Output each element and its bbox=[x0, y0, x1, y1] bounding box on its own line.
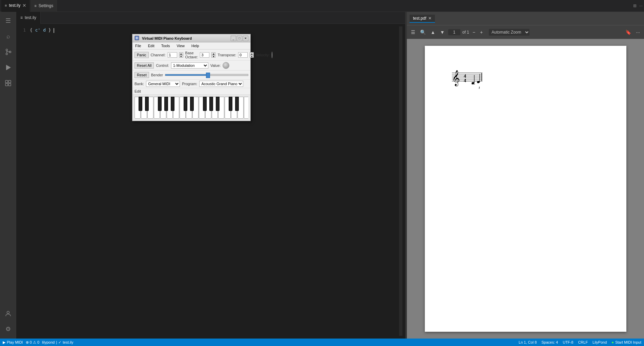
play-midi-label: Play MIDI bbox=[7, 340, 23, 344]
tab-icon-settings: ≡ bbox=[34, 4, 36, 8]
sidebar-icon-settings[interactable]: ⚙ bbox=[2, 323, 14, 335]
midi-program-label: Program: bbox=[182, 82, 197, 86]
midi-control-label: Control: bbox=[156, 63, 169, 68]
play-icon: ▶ bbox=[3, 340, 5, 345]
midi-octave-up[interactable]: ▲ bbox=[211, 52, 215, 55]
midi-bank-select[interactable]: General MIDI bbox=[146, 81, 180, 87]
black-key-4[interactable] bbox=[164, 97, 168, 111]
code-line-1: { c' d } bbox=[30, 26, 399, 34]
midi-close-button[interactable]: ✕ bbox=[243, 36, 248, 41]
tab-close-test-ily[interactable]: ✕ bbox=[22, 3, 26, 8]
status-errors[interactable]: ⊗ 0 ⚠ 0 bbox=[26, 340, 39, 345]
midi-menu-help[interactable]: Help bbox=[190, 43, 201, 49]
midi-program-select[interactable]: Acoustic Grand Piano bbox=[199, 81, 243, 87]
svg-point-0 bbox=[6, 49, 8, 51]
black-key-12[interactable] bbox=[235, 97, 239, 111]
white-key-18[interactable] bbox=[244, 97, 248, 119]
black-key-2[interactable] bbox=[145, 97, 149, 111]
midi-menu-tools[interactable]: Tools bbox=[160, 43, 171, 49]
status-language[interactable]: LilyPond bbox=[593, 340, 607, 344]
pdf-tab-close[interactable]: ✕ bbox=[428, 16, 432, 21]
status-line-ending[interactable]: CRLF bbox=[578, 340, 588, 344]
pdf-more[interactable]: ··· bbox=[635, 28, 641, 36]
pdf-sidebar-toggle[interactable]: ☰ bbox=[410, 28, 417, 36]
pipe-separator: | bbox=[56, 340, 57, 344]
black-key-9[interactable] bbox=[209, 97, 213, 111]
piano-container bbox=[132, 95, 250, 121]
black-key-6[interactable] bbox=[184, 97, 187, 111]
sidebar-icon-run[interactable] bbox=[2, 61, 14, 74]
midi-bender-label: Bender bbox=[151, 73, 163, 77]
midi-channel-up[interactable]: ▲ bbox=[179, 52, 183, 55]
midi-menu-view[interactable]: View bbox=[175, 43, 186, 49]
black-key-7[interactable] bbox=[190, 97, 194, 111]
sidebar: ☰ ⌕ bbox=[0, 12, 16, 339]
sidebar-icon-menu[interactable]: ☰ bbox=[2, 15, 14, 27]
pdf-bookmark[interactable]: 🔖 bbox=[624, 28, 632, 36]
more-icon[interactable]: ··· bbox=[639, 3, 643, 8]
pdf-prev-page[interactable]: ▲ bbox=[429, 28, 437, 36]
pdf-zoom-select[interactable]: Automatic Zoom 50% 75% 100% 125% 150% bbox=[489, 29, 529, 36]
midi-panic-button[interactable]: Panic bbox=[134, 52, 149, 58]
pdf-tab[interactable]: test.pdf ✕ bbox=[410, 15, 435, 23]
midi-octave-down[interactable]: ▼ bbox=[211, 55, 215, 58]
sidebar-icon-source-control[interactable] bbox=[2, 46, 14, 58]
status-midi-input[interactable]: ● Start MIDI Input bbox=[611, 340, 641, 344]
midi-title-bar[interactable]: Virtual MIDI Piano Keyboard _ □ ✕ bbox=[132, 34, 250, 42]
midi-menu-bar: File Edit Tools View Help bbox=[132, 42, 250, 50]
midi-base-octave-input[interactable] bbox=[200, 52, 209, 58]
midi-maximize-button[interactable]: □ bbox=[237, 36, 242, 41]
black-key-1[interactable] bbox=[139, 97, 142, 111]
pdf-next-page[interactable]: ▼ bbox=[439, 28, 446, 36]
black-key-5[interactable] bbox=[171, 97, 174, 111]
midi-menu-file[interactable]: File bbox=[134, 43, 143, 49]
midi-control-select[interactable]: 1-Modulation bbox=[171, 62, 208, 69]
tab-settings[interactable]: ≡ Settings bbox=[31, 0, 57, 12]
midi-edit-label: Edit bbox=[134, 89, 141, 93]
status-play-midi[interactable]: ▶ Play MIDI bbox=[3, 340, 23, 345]
black-key-11[interactable] bbox=[229, 97, 232, 111]
midi-bank-row: Bank: General MIDI Program: Acoustic Gra… bbox=[132, 80, 250, 88]
status-spaces[interactable]: Spaces: 4 bbox=[541, 340, 558, 344]
midi-input-label: Start MIDI Input bbox=[615, 340, 641, 344]
layout-icon[interactable]: ⊞ bbox=[633, 3, 637, 8]
black-key-10[interactable] bbox=[216, 97, 220, 111]
midi-base-octave-spin: ▲ ▼ bbox=[211, 52, 215, 58]
status-encoding[interactable]: UTF-8 bbox=[563, 340, 573, 344]
midi-channel-down[interactable]: ▼ bbox=[179, 55, 183, 58]
editor-tab-test-ily[interactable]: ≡ test.ily bbox=[16, 12, 41, 24]
pdf-content[interactable]: 𝄞 4 4 𝄽 bbox=[407, 39, 644, 339]
editor-tab-bar: ≡ test.ily bbox=[16, 12, 405, 24]
midi-bender-thumb[interactable] bbox=[206, 73, 210, 78]
midi-menu-edit[interactable]: Edit bbox=[147, 43, 156, 49]
code-brace-close: } bbox=[48, 27, 51, 33]
text-cursor bbox=[54, 28, 54, 33]
midi-channel-input[interactable] bbox=[168, 52, 177, 58]
midi-minimize-button[interactable]: _ bbox=[231, 36, 236, 41]
status-position[interactable]: Ln 1, Col 8 bbox=[519, 340, 537, 344]
code-brace-open: { bbox=[30, 27, 33, 33]
sidebar-icon-search[interactable]: ⌕ bbox=[2, 30, 14, 42]
black-key-8[interactable] bbox=[203, 97, 207, 111]
sidebar-icon-account[interactable] bbox=[2, 307, 14, 320]
editor-scrollbar[interactable] bbox=[399, 26, 402, 336]
piano-wrapper bbox=[134, 97, 248, 119]
midi-panic-row: Panic Channel: ▲ ▼ Base Octave: ▲ ▼ Tran… bbox=[132, 50, 250, 61]
midi-control-row: Reset All Control: 1-Modulation Value: bbox=[132, 61, 250, 71]
midi-reset-all-button[interactable]: Reset All bbox=[134, 62, 154, 69]
pdf-zoom-out[interactable]: − bbox=[471, 28, 477, 36]
tab-test-ily[interactable]: ≡ test.ily ✕ bbox=[1, 0, 30, 12]
status-lilypond[interactable]: lilypond | ✓ test.ily bbox=[42, 340, 73, 345]
midi-transpose-input[interactable] bbox=[238, 52, 248, 58]
midi-value-knob[interactable] bbox=[223, 62, 229, 69]
black-key-3[interactable] bbox=[158, 97, 162, 111]
svg-text:𝄽: 𝄽 bbox=[479, 86, 480, 89]
midi-transpose-down[interactable]: ▼ bbox=[250, 55, 254, 58]
midi-reset-button[interactable]: Reset bbox=[134, 72, 149, 78]
pdf-search-button[interactable]: 🔍 bbox=[419, 28, 427, 36]
pdf-page-input[interactable] bbox=[448, 29, 460, 35]
midi-transpose-up[interactable]: ▲ bbox=[250, 52, 254, 55]
pdf-zoom-in[interactable]: + bbox=[479, 28, 484, 36]
sidebar-icon-extensions[interactable] bbox=[2, 77, 14, 89]
svg-rect-6 bbox=[8, 80, 11, 83]
